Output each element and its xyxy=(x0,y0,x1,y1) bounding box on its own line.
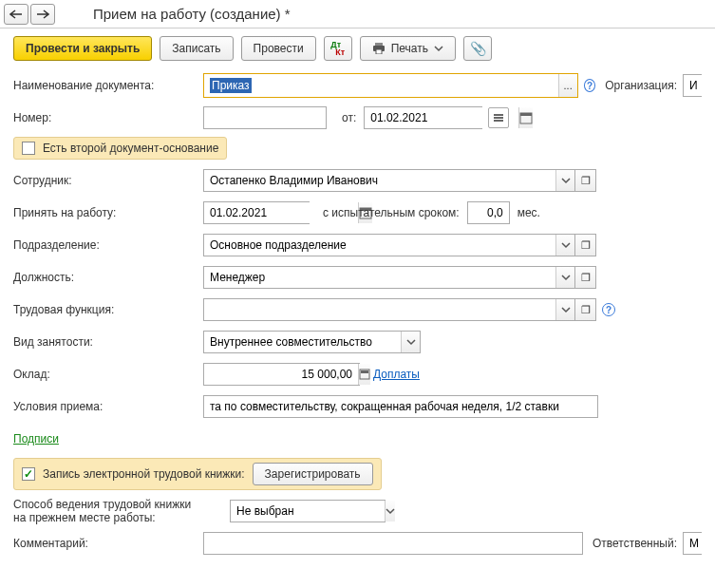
doc-date-action-button[interactable] xyxy=(488,107,509,128)
help-icon[interactable]: ? xyxy=(602,303,615,316)
svg-rect-7 xyxy=(494,120,503,122)
calculator-icon xyxy=(359,369,370,380)
arrow-right-icon xyxy=(36,9,49,19)
calendar-button[interactable] xyxy=(518,107,533,128)
second-basis-label: Есть второй документ-основание xyxy=(43,142,218,155)
post-and-close-button[interactable]: Провести и закрыть xyxy=(13,36,152,61)
employment-type-label: Вид занятости: xyxy=(13,335,203,349)
doc-name-field[interactable]: Приказ ... xyxy=(203,73,578,98)
from-label: от: xyxy=(342,111,356,124)
open-icon: ❐ xyxy=(581,239,591,252)
signatures-link[interactable]: Подписи xyxy=(13,432,59,446)
print-button[interactable]: Печать xyxy=(360,36,456,61)
navbar: Прием на работу (создание) * xyxy=(0,0,715,28)
probation-field[interactable] xyxy=(467,201,510,224)
probation-label: с испытательным сроком: xyxy=(323,206,460,219)
chevron-down-icon xyxy=(386,506,395,516)
comment-field[interactable] xyxy=(203,532,583,555)
doc-name-choose-button[interactable]: ... xyxy=(558,74,577,97)
responsible-field[interactable] xyxy=(683,532,702,555)
second-basis-row: Есть второй документ-основание xyxy=(13,137,227,160)
chevron-down-icon xyxy=(434,44,443,53)
doc-name-label: Наименование документа: xyxy=(13,79,203,92)
hire-date-field[interactable] xyxy=(203,201,310,224)
calendar-icon xyxy=(519,111,533,124)
attachment-button[interactable]: 📎 xyxy=(463,36,492,61)
position-field[interactable] xyxy=(203,266,575,289)
etk-row: Запись электронной трудовой книжки: Заре… xyxy=(13,458,382,490)
hire-date-label: Принять на работу: xyxy=(13,206,203,219)
open-icon: ❐ xyxy=(581,304,591,316)
dtkt-icon: Дт Кт xyxy=(330,41,345,56)
number-label: Номер: xyxy=(13,111,203,124)
chevron-down-icon xyxy=(561,240,571,250)
employment-type-field[interactable] xyxy=(203,331,421,353)
chevron-down-icon xyxy=(561,176,571,185)
chevron-down-icon xyxy=(406,337,416,347)
paperclip-icon: 📎 xyxy=(470,41,486,56)
open-icon: ❐ xyxy=(581,175,591,187)
bonuses-link[interactable]: Доплаты xyxy=(373,368,420,381)
conditions-label: Условия приема: xyxy=(13,400,203,413)
salary-calc-button[interactable] xyxy=(358,364,370,385)
chevron-down-icon xyxy=(561,273,571,282)
open-icon: ❐ xyxy=(581,272,591,284)
salary-field[interactable] xyxy=(203,363,360,386)
position-open-button[interactable]: ❐ xyxy=(575,266,596,289)
labor-function-open-button[interactable]: ❐ xyxy=(575,298,596,321)
employee-open-button[interactable]: ❐ xyxy=(575,169,596,192)
responsible-label: Ответственный: xyxy=(593,537,677,550)
svg-rect-11 xyxy=(361,370,368,373)
number-field[interactable] xyxy=(203,106,327,129)
employee-field[interactable] xyxy=(203,169,575,192)
employment-type-dropdown[interactable] xyxy=(401,332,420,352)
labor-function-dropdown[interactable] xyxy=(555,299,574,320)
department-field[interactable] xyxy=(203,234,575,256)
svg-rect-2 xyxy=(376,49,382,54)
organization-field[interactable] xyxy=(683,74,702,97)
svg-rect-6 xyxy=(494,117,503,119)
prev-book-field[interactable] xyxy=(230,500,386,522)
conditions-field[interactable] xyxy=(203,395,598,418)
comment-label: Комментарий: xyxy=(13,537,203,550)
help-icon[interactable]: ? xyxy=(584,79,596,92)
organization-label: Организация: xyxy=(605,79,677,92)
printer-icon xyxy=(372,43,386,54)
labor-function-label: Трудовая функция: xyxy=(13,303,203,316)
register-button[interactable]: Зарегистрировать xyxy=(253,463,373,485)
post-button[interactable]: Провести xyxy=(241,36,316,61)
list-icon xyxy=(493,112,504,123)
labor-function-field[interactable] xyxy=(203,298,575,321)
employee-label: Сотрудник: xyxy=(13,174,203,187)
department-open-button[interactable]: ❐ xyxy=(575,234,596,256)
svg-rect-4 xyxy=(520,113,532,116)
department-dropdown[interactable] xyxy=(555,235,574,256)
page-title: Прием на работу (создание) * xyxy=(93,6,291,22)
etk-checkbox[interactable] xyxy=(22,467,35,481)
arrow-left-icon xyxy=(9,9,23,19)
nav-back-button[interactable] xyxy=(4,4,28,25)
doc-date-field[interactable] xyxy=(364,106,482,129)
chevron-down-icon xyxy=(561,305,571,314)
form: Наименование документа: Приказ ... ? Орг… xyxy=(0,68,715,566)
months-label: мес. xyxy=(517,206,540,219)
second-basis-checkbox[interactable] xyxy=(22,142,35,155)
position-label: Должность: xyxy=(13,271,203,284)
toolbar: Провести и закрыть Записать Провести Дт … xyxy=(0,28,715,68)
prev-book-label: Способ ведения трудовой книжкина прежнем… xyxy=(13,498,230,524)
nav-forward-button[interactable] xyxy=(30,4,55,25)
salary-label: Оклад: xyxy=(13,368,203,381)
etk-label: Запись электронной трудовой книжки: xyxy=(43,467,245,481)
save-button[interactable]: Записать xyxy=(160,36,233,61)
department-label: Подразделение: xyxy=(13,238,203,252)
position-dropdown[interactable] xyxy=(555,267,574,288)
svg-rect-5 xyxy=(494,114,503,116)
employee-dropdown[interactable] xyxy=(555,170,574,191)
prev-book-dropdown[interactable] xyxy=(385,501,395,522)
dtkt-button[interactable]: Дт Кт xyxy=(324,36,352,61)
svg-rect-0 xyxy=(375,43,383,46)
